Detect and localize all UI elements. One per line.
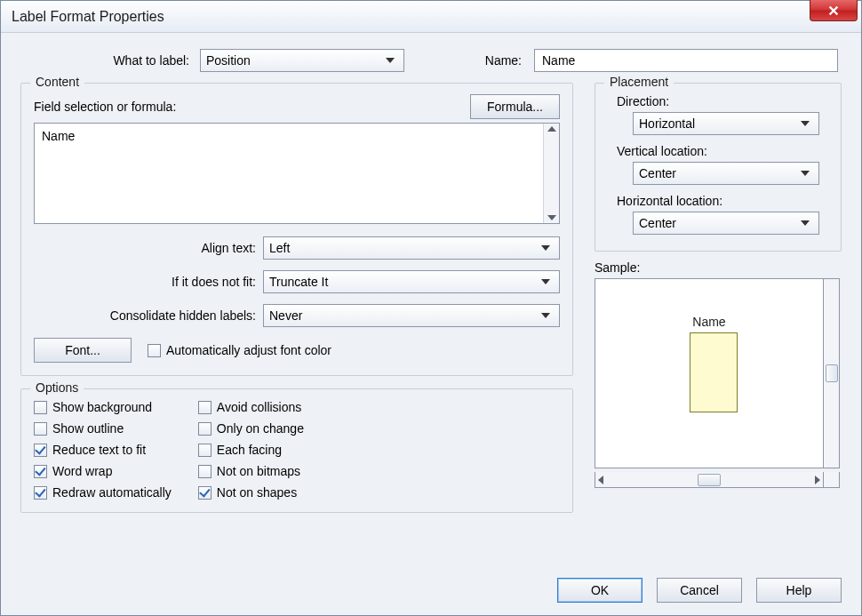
checkbox-icon: [34, 486, 47, 500]
sample-horizontal-scrollbar[interactable]: [595, 472, 824, 488]
scroll-thumb-icon: [826, 364, 838, 382]
formula-text: Name: [35, 124, 543, 223]
option-label: Not on bitmaps: [217, 464, 300, 478]
scroll-thumb-icon: [698, 474, 721, 486]
align-text-label: Align text:: [34, 241, 263, 255]
formula-textarea[interactable]: Name: [34, 123, 560, 224]
what-to-label-label: What to label:: [24, 53, 193, 68]
placement-legend: Placement: [604, 75, 674, 89]
checkbox-icon: [34, 465, 47, 478]
dialog-label-format-properties: Label Format Properties What to label: P…: [0, 0, 862, 616]
close-icon: [827, 4, 840, 17]
scroll-right-icon: [815, 476, 820, 484]
option-checkbox-left-3[interactable]: Word wrap: [34, 464, 172, 478]
chevron-down-icon: [382, 50, 398, 71]
sample-vertical-scrollbar[interactable]: [824, 278, 840, 468]
option-label: Each facing: [217, 443, 282, 457]
vertical-location-combo[interactable]: Center: [633, 162, 819, 185]
consolidate-label: Consolidate hidden labels:: [34, 308, 263, 323]
scroll-up-icon: [547, 126, 556, 132]
option-checkbox-right-3[interactable]: Not on bitmaps: [198, 464, 304, 478]
what-to-label-combo[interactable]: Position: [200, 49, 404, 72]
checkbox-icon: [198, 465, 212, 478]
option-checkbox-right-4[interactable]: Not on shapes: [198, 485, 304, 500]
option-checkbox-right-2[interactable]: Each facing: [198, 443, 304, 457]
checkbox-icon: [198, 422, 212, 436]
titlebar: Label Format Properties: [1, 1, 861, 33]
sample-canvas: Name: [595, 278, 824, 468]
consolidate-combo[interactable]: Never: [263, 304, 560, 327]
window-title: Label Format Properties: [12, 9, 164, 25]
help-button[interactable]: Help: [756, 578, 842, 603]
options-group: Options Show backgroundShow outlineReduc…: [20, 388, 573, 513]
content-group: Content Field selection or formula: Form…: [20, 83, 573, 376]
option-checkbox-left-2[interactable]: Reduce text to fit: [34, 443, 172, 457]
chevron-down-icon: [797, 163, 813, 184]
option-checkbox-right-0[interactable]: Avoid collisions: [198, 400, 304, 414]
options-legend: Options: [30, 380, 84, 395]
checkbox-icon: [198, 401, 212, 414]
option-label: Redraw automatically: [52, 485, 172, 500]
what-to-label-value: Position: [206, 53, 382, 68]
formula-button[interactable]: Formula...: [470, 94, 560, 119]
ok-button[interactable]: OK: [557, 578, 643, 603]
auto-color-checkbox[interactable]: Automatically adjust font color: [148, 343, 331, 357]
font-button[interactable]: Font...: [34, 338, 132, 363]
name-label: Name:: [475, 53, 527, 68]
option-checkbox-left-4[interactable]: Redraw automatically: [34, 485, 172, 500]
option-checkbox-left-1[interactable]: Show outline: [34, 421, 172, 436]
sample-swatch: [690, 332, 738, 412]
vertical-location-label: Vertical location:: [617, 144, 828, 158]
option-label: Show outline: [52, 421, 124, 436]
scroll-left-icon: [598, 476, 603, 484]
sample-text: Name: [595, 315, 823, 329]
content-legend: Content: [30, 75, 84, 89]
direction-label: Direction:: [617, 94, 828, 108]
option-label: Word wrap: [52, 464, 112, 478]
checkbox-icon: [198, 444, 212, 457]
checkbox-icon: [34, 401, 47, 414]
chevron-down-icon: [538, 305, 554, 326]
option-label: Not on shapes: [217, 485, 297, 500]
name-input[interactable]: [534, 49, 838, 72]
horizontal-location-label: Horizontal location:: [617, 194, 828, 208]
field-selection-label: Field selection or formula:: [34, 100, 176, 114]
chevron-down-icon: [797, 113, 813, 134]
checkbox-icon: [148, 344, 161, 357]
align-text-combo[interactable]: Left: [263, 236, 560, 260]
scroll-corner: [824, 472, 840, 488]
option-label: Reduce text to fit: [52, 443, 146, 457]
chevron-down-icon: [538, 237, 554, 259]
sample-label: Sample:: [595, 260, 842, 275]
chevron-down-icon: [797, 212, 813, 234]
does-not-fit-label: If it does not fit:: [34, 275, 263, 289]
option-label: Show background: [52, 400, 152, 414]
horizontal-location-combo[interactable]: Center: [633, 212, 819, 235]
textarea-scrollbar[interactable]: [543, 124, 559, 223]
option-label: Only on change: [217, 421, 304, 436]
does-not-fit-combo[interactable]: Truncate It: [263, 270, 560, 293]
option-checkbox-left-0[interactable]: Show background: [34, 400, 172, 414]
option-checkbox-right-1[interactable]: Only on change: [198, 421, 304, 436]
scroll-down-icon: [547, 215, 556, 220]
checkbox-icon: [198, 486, 212, 500]
placement-group: Placement Direction: Horizontal Vertical…: [595, 83, 842, 252]
checkbox-icon: [34, 422, 47, 436]
chevron-down-icon: [538, 271, 554, 292]
option-label: Avoid collisions: [217, 400, 301, 414]
checkbox-icon: [34, 444, 47, 457]
direction-combo[interactable]: Horizontal: [633, 112, 819, 135]
cancel-button[interactable]: Cancel: [657, 578, 742, 603]
close-button[interactable]: [810, 0, 858, 21]
